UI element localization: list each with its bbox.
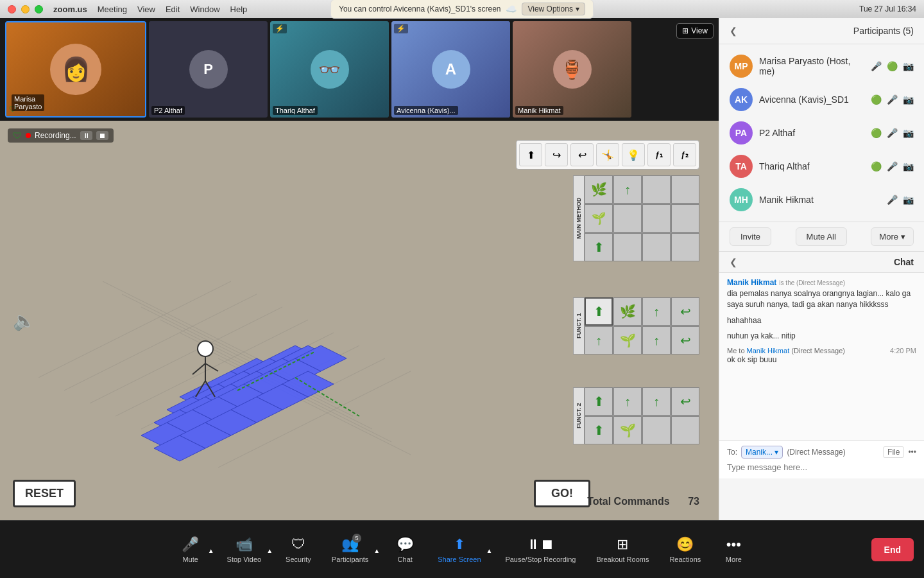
view-options-button[interactable]: View Options ▾	[522, 3, 585, 15]
main-cell-3[interactable]	[642, 175, 671, 204]
chat-toolbar-label: Chat	[398, 556, 413, 563]
participants-chevron[interactable]: ❮	[730, 26, 737, 36]
funct2-cell-6[interactable]: 🌱	[613, 416, 642, 444]
avatar-manik: MH	[730, 188, 753, 211]
main-cell-9[interactable]: ⬆	[585, 233, 613, 261]
close-button[interactable]	[8, 5, 16, 13]
minimize-button[interactable]	[21, 5, 30, 13]
menu-edit[interactable]: Edit	[166, 4, 180, 14]
go-button[interactable]: GO!	[534, 480, 590, 507]
funct2-cell-1[interactable]: ⬆	[585, 387, 613, 416]
menu-window[interactable]: Window	[190, 4, 219, 14]
main-cell-8[interactable]	[671, 204, 699, 232]
more-button[interactable]: ••• More	[711, 536, 756, 563]
main-cell-2[interactable]: ↑	[613, 175, 642, 204]
mic-icon-manik[interactable]: 🎤	[887, 195, 898, 205]
main-cell-6[interactable]	[613, 204, 642, 232]
mic-icon-thariq[interactable]: 🎤	[887, 161, 898, 171]
mute-chevron-btn[interactable]: ▲	[208, 545, 214, 554]
video-chevron-btn[interactable]: ▲	[266, 545, 273, 554]
stop-video-button[interactable]: 📹 Stop Video	[217, 536, 272, 563]
thumb-althaf[interactable]: P P2 Althaf	[149, 21, 268, 118]
video-icon-thariq[interactable]: 📷	[903, 161, 914, 171]
mic-icon-avicenna[interactable]: 🎤	[887, 94, 898, 105]
funct2-grid: ⬆ ↑ ↑ ↩ ⬆ 🌱	[585, 387, 699, 444]
end-button[interactable]: End	[871, 538, 914, 561]
participants-icon: 👥 5	[341, 536, 359, 553]
share-screen-button[interactable]: ⬆ Share Screen	[427, 536, 491, 563]
funct1-cell-5[interactable]: ↑	[585, 326, 613, 355]
mic-icon-p2althaf[interactable]: 🎤	[887, 128, 898, 138]
video-icon-avicenna[interactable]: 📷	[903, 94, 914, 105]
participants-button[interactable]: 👥 5 Participants	[321, 536, 379, 563]
mute-button[interactable]: 🎤 Mute	[168, 536, 213, 563]
chat-file-button[interactable]: File	[883, 446, 904, 458]
main-cell-4[interactable]	[671, 175, 699, 204]
tool-up[interactable]: ⬆	[519, 143, 542, 166]
funct1-cell-4[interactable]: ↩	[671, 297, 699, 326]
funct1-cell-6[interactable]: 🌱	[613, 326, 642, 355]
view-button[interactable]: ⊞ View	[676, 23, 714, 39]
main-cell-7[interactable]	[642, 204, 671, 232]
participant-controls-marisa: 🎤 🟢 📷	[871, 61, 914, 71]
maximize-button[interactable]	[35, 5, 43, 13]
participant-controls-thariq: 🟢 🎤 📷	[871, 161, 914, 171]
funct1-cell-3[interactable]: ↑	[642, 297, 671, 326]
main-cell-5[interactable]: 🌱	[585, 204, 613, 232]
funct2-cell-4[interactable]: ↩	[671, 387, 699, 416]
funct1-cell-7[interactable]: ↑	[642, 326, 671, 355]
tool-figure[interactable]: 🤸	[596, 143, 619, 166]
menu-view[interactable]: View	[137, 4, 155, 14]
share-screen-group: ⬆ Share Screen ▲	[427, 536, 495, 563]
thumb-thariq[interactable]: 👓 ⚡ Thariq Althaf	[270, 21, 389, 118]
invite-button[interactable]: Invite	[730, 227, 771, 246]
funct2-cell-2[interactable]: ↑	[613, 387, 642, 416]
chat-more-button[interactable]: •••	[908, 448, 916, 457]
stop-video-label: Stop Video	[227, 556, 262, 563]
chat-button[interactable]: 💬 Chat	[382, 536, 427, 563]
chat-to-select[interactable]: Manik... ▾	[741, 446, 783, 459]
thumb-marisa[interactable]: 👩 🛡 Marisa Paryasto	[5, 21, 146, 118]
funct1-cell-2[interactable]: 🌿	[613, 297, 642, 326]
pause-recording-button[interactable]: ⏸⏹ Pause/Stop Recording	[495, 536, 586, 563]
mute-all-button[interactable]: Mute All	[796, 227, 847, 246]
video-icon-manik[interactable]: 📷	[903, 195, 914, 205]
tool-f2[interactable]: ƒ₂	[673, 143, 696, 166]
tool-undo[interactable]: ↩	[570, 143, 594, 166]
tool-f1[interactable]: ƒ₁	[647, 143, 671, 166]
main-cell-12[interactable]	[671, 233, 699, 261]
main-cell-1[interactable]: 🌿	[585, 175, 613, 204]
chat-chevron[interactable]: ❮	[730, 257, 737, 267]
status-thariq: 🟢	[871, 161, 882, 171]
menu-meeting[interactable]: Meeting	[98, 4, 127, 14]
participants-more-button[interactable]: More ▾	[871, 227, 914, 246]
funct2-cell-8[interactable]	[671, 416, 699, 444]
menu-help[interactable]: Help	[230, 4, 248, 14]
tool-redo[interactable]: ↪	[545, 143, 568, 166]
security-button[interactable]: 🛡 Security	[275, 536, 321, 563]
funct1-cell-active[interactable]: ⬆	[585, 297, 613, 326]
funct2-cell-7[interactable]	[642, 416, 671, 444]
video-icon-p2althaf[interactable]: 📷	[903, 128, 914, 138]
participants-chevron-btn[interactable]: ▲	[373, 545, 380, 554]
reset-button[interactable]: RESET	[13, 480, 76, 507]
funct1-cell-8[interactable]: ↩	[671, 326, 699, 355]
thumb-avicenna[interactable]: A ⚡ Avicenna (Kavis)...	[391, 21, 510, 118]
funct2-cell-3[interactable]: ↑	[642, 387, 671, 416]
share-screen-chevron-btn[interactable]: ▲	[486, 545, 493, 554]
screen-share-area: 🛡 Recording... ⏸ ⏹ 🔈	[0, 121, 719, 520]
thumb-manik[interactable]: 🏺 Manik Hikmat	[513, 21, 631, 118]
main-cell-11[interactable]	[642, 233, 671, 261]
video-icon-marisa[interactable]: 📷	[903, 61, 914, 71]
main-cell-10[interactable]	[613, 233, 642, 261]
participants-header: ❮ Participants (5)	[719, 18, 924, 44]
reactions-button[interactable]: 😊 Reactions	[659, 536, 711, 563]
chat-message-input[interactable]	[727, 461, 916, 473]
menu-zoom[interactable]: zoom.us	[53, 4, 87, 14]
tool-light[interactable]: 💡	[622, 143, 645, 166]
breakout-rooms-button[interactable]: ⊞ Breakout Rooms	[586, 536, 659, 563]
mic-icon-marisa[interactable]: 🎤	[871, 61, 882, 71]
svg-point-42	[198, 341, 213, 356]
participants-count-badge: 5	[352, 534, 361, 543]
funct2-cell-5[interactable]: ⬆	[585, 416, 613, 444]
